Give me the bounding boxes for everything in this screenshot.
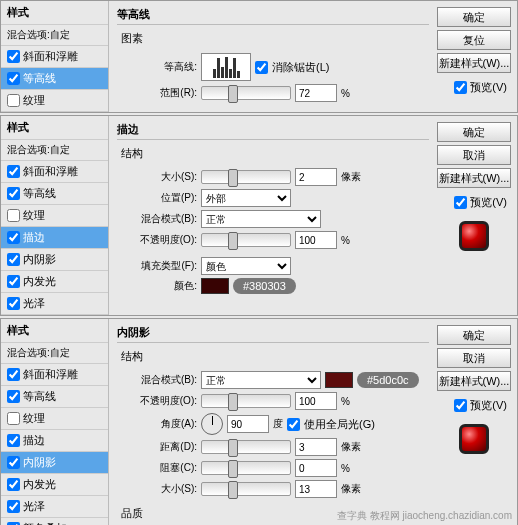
preview-check[interactable] <box>454 399 467 412</box>
satin-check[interactable] <box>7 500 20 513</box>
blend-label: 混合模式(B): <box>117 212 197 226</box>
size-input[interactable] <box>295 480 337 498</box>
reset-button[interactable]: 复位 <box>437 30 511 50</box>
ok-button[interactable]: 确定 <box>437 325 511 345</box>
blend-select[interactable]: 正常 <box>201 371 321 389</box>
preview-check[interactable] <box>454 196 467 209</box>
bevel-check[interactable] <box>7 50 20 63</box>
styles-header: 样式 <box>1 1 108 25</box>
range-slider[interactable] <box>201 86 291 100</box>
range-input[interactable] <box>295 84 337 102</box>
sidebar-item-contour[interactable]: 等高线 <box>1 183 108 205</box>
size-slider[interactable] <box>201 170 291 184</box>
opacity-slider[interactable] <box>201 233 291 247</box>
sidebar-item-satin[interactable]: 光泽 <box>1 496 108 518</box>
section-title: 内阴影 <box>117 325 429 343</box>
global-light-check[interactable] <box>287 418 300 431</box>
section-title: 等高线 <box>117 7 429 25</box>
ok-button[interactable]: 确定 <box>437 122 511 142</box>
contour-check[interactable] <box>7 72 20 85</box>
position-select[interactable]: 外部 <box>201 189 291 207</box>
blend-select[interactable]: 正常 <box>201 210 321 228</box>
blend-options[interactable]: 混合选项:自定 <box>1 140 108 161</box>
preview-check[interactable] <box>454 81 467 94</box>
watermark: 查字典 教程网 jiaocheng.chazidian.com <box>337 509 512 523</box>
choke-slider[interactable] <box>201 461 291 475</box>
sidebar-item-bevel[interactable]: 斜面和浮雕 <box>1 46 108 68</box>
stroke-check[interactable] <box>7 231 20 244</box>
new-style-button[interactable]: 新建样式(W)... <box>437 371 511 391</box>
texture-check[interactable] <box>7 412 20 425</box>
fill-type-label: 填充类型(F): <box>117 259 197 273</box>
sidebar-item-bevel[interactable]: 斜面和浮雕 <box>1 161 108 183</box>
sidebar-item-contour[interactable]: 等高线 <box>1 68 108 90</box>
fill-type-select[interactable]: 颜色 <box>201 257 291 275</box>
color-swatch[interactable] <box>325 372 353 388</box>
opacity-label: 不透明度(O): <box>117 394 197 408</box>
satin-check[interactable] <box>7 297 20 310</box>
opacity-slider[interactable] <box>201 394 291 408</box>
sidebar-item-texture[interactable]: 纹理 <box>1 408 108 430</box>
color-swatch[interactable] <box>201 278 229 294</box>
new-style-button[interactable]: 新建样式(W)... <box>437 168 511 188</box>
sidebar-item-satin[interactable]: 光泽 <box>1 293 108 315</box>
stroke-check[interactable] <box>7 434 20 447</box>
sidebar-item-contour[interactable]: 等高线 <box>1 386 108 408</box>
sidebar-item-texture[interactable]: 纹理 <box>1 90 108 112</box>
size-slider[interactable] <box>201 482 291 496</box>
angle-dial[interactable] <box>201 413 223 435</box>
texture-check[interactable] <box>7 94 20 107</box>
contour-check[interactable] <box>7 390 20 403</box>
sidebar-item-inner-shadow[interactable]: 内阴影 <box>1 249 108 271</box>
distance-input[interactable] <box>295 438 337 456</box>
inner-glow-check[interactable] <box>7 275 20 288</box>
preview-swatch <box>459 424 489 454</box>
styles-header: 样式 <box>1 116 108 140</box>
pct-unit: % <box>341 396 350 407</box>
blend-options[interactable]: 混合选项:自定 <box>1 343 108 364</box>
inner-shadow-check[interactable] <box>7 253 20 266</box>
size-label: 大小(S): <box>117 170 197 184</box>
styles-header: 样式 <box>1 319 108 343</box>
antialias-check[interactable] <box>255 61 268 74</box>
preview-label: 预览(V) <box>470 80 507 95</box>
distance-slider[interactable] <box>201 440 291 454</box>
inner-glow-check[interactable] <box>7 478 20 491</box>
angle-input[interactable] <box>227 415 269 433</box>
sidebar-item-stroke[interactable]: 描边 <box>1 227 108 249</box>
color-label: 颜色: <box>117 279 197 293</box>
blend-options[interactable]: 混合选项:自定 <box>1 25 108 46</box>
px-unit: 像素 <box>341 482 361 496</box>
sidebar-item-bevel[interactable]: 斜面和浮雕 <box>1 364 108 386</box>
cancel-button[interactable]: 取消 <box>437 348 511 368</box>
ok-button[interactable]: 确定 <box>437 7 511 27</box>
sidebar-item-stroke[interactable]: 描边 <box>1 430 108 452</box>
color-hex-badge: #5d0c0c <box>357 372 419 388</box>
contour-picker[interactable] <box>201 53 251 81</box>
opacity-label: 不透明度(O): <box>117 233 197 247</box>
bevel-check[interactable] <box>7 165 20 178</box>
sidebar-item-inner-glow[interactable]: 内发光 <box>1 474 108 496</box>
inner-shadow-check[interactable] <box>7 456 20 469</box>
cancel-button[interactable]: 取消 <box>437 145 511 165</box>
choke-label: 阻塞(C): <box>117 461 197 475</box>
opacity-input[interactable] <box>295 392 337 410</box>
preview-label: 预览(V) <box>470 195 507 210</box>
sidebar-item-inner-shadow[interactable]: 内阴影 <box>1 452 108 474</box>
contour-check[interactable] <box>7 187 20 200</box>
structure-label: 结构 <box>117 144 429 165</box>
bevel-check[interactable] <box>7 368 20 381</box>
new-style-button[interactable]: 新建样式(W)... <box>437 53 511 73</box>
sidebar-item-color-overlay[interactable]: 颜色叠加 <box>1 518 108 525</box>
sidebar-item-inner-glow[interactable]: 内发光 <box>1 271 108 293</box>
sidebar-item-texture[interactable]: 纹理 <box>1 205 108 227</box>
pct-unit: % <box>341 88 350 99</box>
antialias-label: 消除锯齿(L) <box>272 60 329 75</box>
position-label: 位置(P): <box>117 191 197 205</box>
size-input[interactable] <box>295 168 337 186</box>
texture-check[interactable] <box>7 209 20 222</box>
opacity-input[interactable] <box>295 231 337 249</box>
pct-unit: % <box>341 463 350 474</box>
choke-input[interactable] <box>295 459 337 477</box>
deg-unit: 度 <box>273 417 283 431</box>
